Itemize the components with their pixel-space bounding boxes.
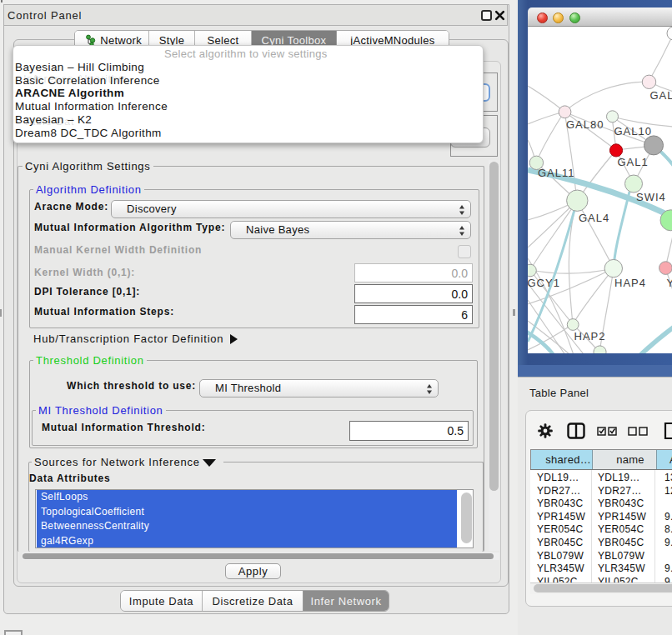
svg-text:YEL: YEL: [667, 277, 672, 289]
svg-text:SWI4: SWI4: [636, 191, 666, 203]
svg-text:GAL80: GAL80: [566, 118, 604, 131]
svg-text:HAP4: HAP4: [614, 277, 646, 289]
svg-text:HAP2: HAP2: [574, 330, 606, 342]
svg-text:GAL4: GAL4: [579, 212, 609, 224]
svg-text:GAL1: GAL1: [618, 156, 649, 168]
svg-text:GAL11: GAL11: [538, 167, 575, 179]
svg-text:GCY1: GCY1: [528, 277, 560, 289]
svg-text:GAL2: GAL2: [650, 89, 672, 102]
svg-text:GAL10: GAL10: [614, 125, 652, 138]
